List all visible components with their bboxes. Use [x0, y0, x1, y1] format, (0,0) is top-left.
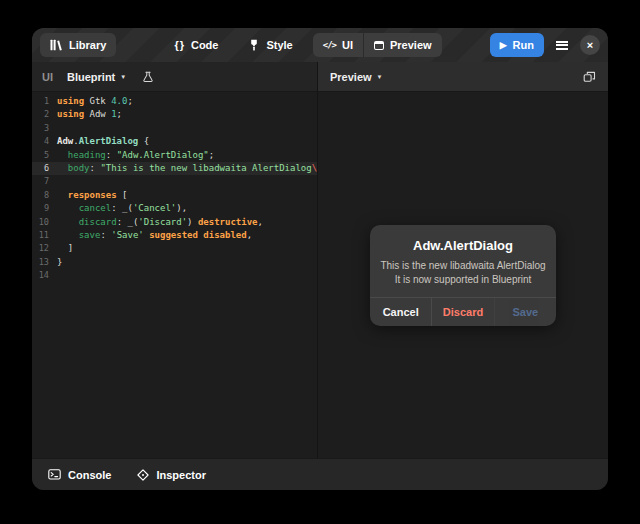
external-window-icon — [583, 71, 596, 83]
code-braces-icon: {} — [174, 39, 185, 51]
language-dropdown[interactable]: Blueprint ▼ — [63, 67, 130, 87]
dialog-button-row: CancelDiscardSave — [370, 297, 556, 326]
library-icon — [50, 39, 63, 51]
language-label: Blueprint — [67, 71, 115, 83]
code-text: save: 'Save' suggested disabled, — [57, 229, 252, 242]
play-icon: ▶ — [500, 40, 507, 50]
dialog-button-discard[interactable]: Discard — [431, 298, 493, 326]
code-line[interactable]: 8 responses [ — [32, 189, 317, 202]
code-line[interactable]: 6 body: "This is the new libadwaita Aler… — [32, 162, 317, 175]
code-label: Code — [191, 39, 219, 51]
line-number: 14 — [32, 269, 49, 282]
screen-background: Library {} Code Style — [0, 0, 640, 524]
run-button[interactable]: ▶ Run — [490, 33, 544, 57]
library-button[interactable]: Library — [40, 33, 116, 57]
line-number: 5 — [32, 149, 49, 162]
preview-toggle-button[interactable]: Preview — [363, 33, 442, 57]
code-line[interactable]: 7 — [32, 175, 317, 188]
style-label: Style — [266, 39, 292, 51]
dialog-button-save: Save — [494, 298, 556, 326]
style-button[interactable]: Style — [238, 33, 302, 57]
main-menu-button[interactable] — [552, 33, 572, 57]
code-line[interactable]: 3 — [32, 122, 317, 135]
console-button[interactable]: Console — [44, 465, 115, 485]
ui-toggle-button[interactable]: </> UI — [313, 33, 363, 57]
editor-view-switcher: </> UI Preview — [313, 33, 442, 57]
code-text — [57, 122, 62, 135]
code-tag-icon: </> — [323, 40, 336, 50]
line-number: 3 — [32, 122, 49, 135]
code-text: discard: _('Discard') destructive, — [57, 216, 263, 229]
code-line[interactable]: 10 discard: _('Discard') destructive, — [32, 216, 317, 229]
close-window-button[interactable]: × — [580, 35, 600, 55]
line-number: 9 — [32, 202, 49, 215]
code-line[interactable]: 4Adw.AlertDialog { — [32, 135, 317, 148]
dialog-button-cancel[interactable]: Cancel — [370, 298, 431, 326]
editor-pane: UI Blueprint ▼ 1using Gtk — [32, 62, 317, 458]
preview-pane-header: Preview ▼ — [318, 62, 608, 92]
titlebar[interactable]: Library {} Code Style — [32, 28, 608, 62]
inspector-icon — [137, 469, 149, 481]
code-text — [57, 269, 62, 282]
code-text: cancel: _('Cancel'), — [57, 202, 187, 215]
experimental-flask-button[interactable] — [140, 69, 156, 85]
preview-pane: Preview ▼ Adw — [318, 62, 608, 458]
code-line[interactable]: 14 — [32, 269, 317, 282]
dialog-body-line: This is the new libadwaita AlertDialog — [370, 259, 556, 273]
code-text: responses [ — [57, 189, 127, 202]
line-number: 8 — [32, 189, 49, 202]
code-line[interactable]: 1using Gtk 4.0; — [32, 95, 317, 108]
library-label: Library — [69, 39, 106, 51]
code-text: heading: "Adw.AlertDialog"; — [57, 149, 214, 162]
hamburger-icon — [556, 41, 568, 50]
code-text: ] — [57, 242, 73, 255]
chevron-down-icon: ▼ — [377, 74, 383, 80]
code-line[interactable]: 2using Adw 1; — [32, 108, 317, 121]
console-label: Console — [68, 469, 111, 481]
line-number: 2 — [32, 108, 49, 121]
code-button[interactable]: {} Code — [164, 33, 228, 57]
line-number: 7 — [32, 175, 49, 188]
inspector-button[interactable]: Inspector — [133, 465, 210, 485]
terminal-icon — [48, 469, 61, 480]
code-line[interactable]: 11 save: 'Save' suggested disabled, — [32, 229, 317, 242]
chevron-down-icon: ▼ — [120, 74, 126, 80]
run-label: Run — [513, 39, 534, 51]
window-frame-icon — [374, 41, 384, 50]
line-number: 10 — [32, 216, 49, 229]
code-text — [57, 175, 62, 188]
ui-toggle-label: UI — [342, 39, 353, 51]
preview-dropdown[interactable]: Preview ▼ — [328, 67, 387, 87]
bottom-bar: Console Inspector — [32, 458, 608, 490]
code-text: } — [57, 256, 62, 269]
preview-toggle-label: Preview — [390, 39, 432, 51]
code-text: Adw.AlertDialog { — [57, 135, 149, 148]
line-number: 12 — [32, 242, 49, 255]
line-number: 13 — [32, 256, 49, 269]
dialog-body-line: It is now supported in Blueprint — [370, 273, 556, 287]
line-number: 4 — [32, 135, 49, 148]
code-line[interactable]: 12 ] — [32, 242, 317, 255]
open-external-window-button[interactable] — [581, 69, 598, 85]
titlebar-right: ▶ Run × — [490, 33, 600, 57]
flask-icon — [142, 71, 154, 83]
style-brush-icon — [248, 39, 260, 51]
line-number: 1 — [32, 95, 49, 108]
code-text: body: "This is the new libadwaita AlertD… — [57, 162, 317, 175]
main-content: UI Blueprint ▼ 1using Gtk — [32, 62, 608, 458]
titlebar-center: {} Code Style </> UI — [164, 33, 441, 57]
code-text: using Gtk 4.0; — [57, 95, 133, 108]
workbench-window: Library {} Code Style — [32, 28, 608, 490]
code-line[interactable]: 13} — [32, 256, 317, 269]
dialog-heading: Adw.AlertDialog — [370, 238, 556, 253]
preview-title: Preview — [330, 71, 372, 83]
code-line[interactable]: 5 heading: "Adw.AlertDialog"; — [32, 149, 317, 162]
line-number: 11 — [32, 229, 49, 242]
dialog-body: This is the new libadwaita AlertDialog I… — [370, 259, 556, 287]
close-icon: × — [587, 39, 593, 51]
panel-kind-label: UI — [42, 71, 53, 83]
preview-area: Adw.AlertDialog This is the new libadwai… — [318, 92, 608, 458]
code-line[interactable]: 9 cancel: _('Cancel'), — [32, 202, 317, 215]
code-editor[interactable]: 1using Gtk 4.0;2using Adw 1;3 4Adw.Alert… — [32, 92, 317, 458]
alert-dialog: Adw.AlertDialog This is the new libadwai… — [370, 225, 556, 326]
